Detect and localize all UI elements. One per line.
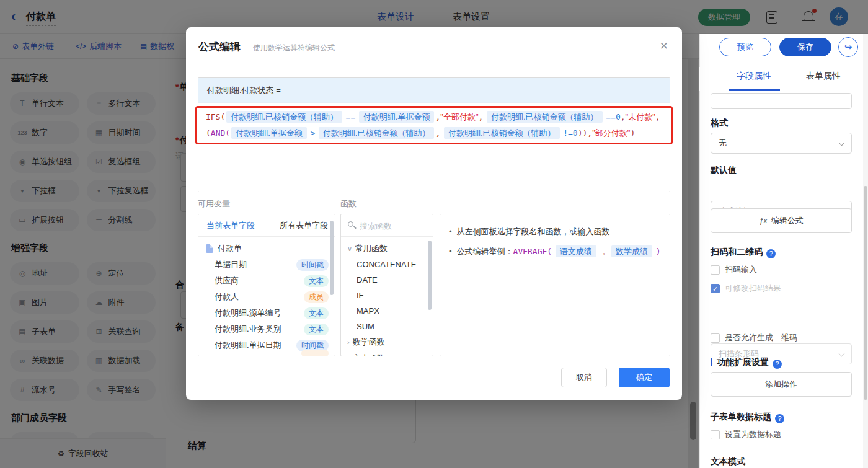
function-search-row <box>341 214 433 237</box>
functions-scrollbar-thumb[interactable] <box>428 241 432 310</box>
functions-box: ∨常用函数 CONCATENATE DATE IF MAPX SUM ›数学函数… <box>340 214 433 356</box>
tip-line-1: •从左侧面板选择字段名和函数，或输入函数 <box>449 224 661 239</box>
var-row[interactable]: 单据日期时间戳 <box>198 257 335 273</box>
chevron-down-icon <box>839 351 845 357</box>
type-badge: 文本 <box>304 307 329 319</box>
var-root-row[interactable]: 付款单 <box>198 241 335 257</box>
modify-scan-checkbox-row[interactable]: ✓可修改扫码结果 <box>711 283 781 294</box>
tab-field-properties[interactable]: 字段属性 <box>737 71 771 82</box>
help-icon[interactable]: ? <box>773 360 782 369</box>
section-accent-bar <box>711 358 712 366</box>
chevron-down-icon <box>839 140 845 146</box>
var-row[interactable]: 付款明细.业务类别文本 <box>198 321 335 337</box>
allow-qr-checkbox-row[interactable]: 是否允许生成二维码 <box>711 332 797 343</box>
format-label: 格式 <box>711 118 728 129</box>
bullet-icon: • <box>449 224 452 239</box>
chevron-right-icon: › <box>347 338 350 346</box>
func-item-concatenate[interactable]: CONCATENATE <box>341 257 433 272</box>
var-row[interactable]: 付款人成员 <box>198 289 335 305</box>
func-group-math[interactable]: ›数学函数 <box>341 334 433 350</box>
example-chip: 语文成绩 <box>556 245 596 257</box>
help-icon[interactable]: ? <box>775 414 784 423</box>
document-icon <box>206 244 213 253</box>
field-chip: 付款明细.单据金额 <box>359 111 435 123</box>
scan-input-checkbox-row[interactable]: 扫码输入 <box>711 264 757 275</box>
type-badge: 成员 <box>304 291 329 303</box>
func-item-sum[interactable]: SUM <box>341 319 433 334</box>
tab-current-form-fields[interactable]: 当前表单字段 <box>206 220 255 231</box>
data-title-checkbox-row[interactable]: 设置为数据标题 <box>711 429 781 440</box>
bullet-icon: • <box>449 244 452 259</box>
formula-editor-box: 付款明细.付款状态 = IFS(付款明细.已核销金额（辅助） == 付款明细.单… <box>198 77 670 192</box>
fx-icon: ƒx <box>759 216 768 225</box>
add-action-button[interactable]: 添加操作 <box>711 372 852 397</box>
active-tab-underline <box>729 89 780 91</box>
checkbox-unchecked-icon[interactable] <box>711 265 720 275</box>
field-chip: 付款明细.已核销金额（辅助） <box>319 127 435 139</box>
type-badge: 文本 <box>304 275 329 287</box>
func-item-date[interactable]: DATE <box>341 272 433 288</box>
tips-box: •从左侧面板选择字段名和函数，或输入函数 •公式编辑举例：AVERAGE( 语文… <box>440 214 670 356</box>
confirm-button[interactable]: 确定 <box>619 368 670 387</box>
save-button[interactable]: 保存 <box>779 38 831 56</box>
text-mode-section-title: 文本模式 <box>711 456 745 467</box>
formula-target-label: 付款明细.付款状态 = <box>198 78 670 103</box>
format-dropdown[interactable]: 无 <box>711 133 852 154</box>
type-badge: 时间戳 <box>296 259 329 271</box>
panel-scrollbar-thumb[interactable] <box>864 186 867 400</box>
share-button[interactable]: ↪ <box>838 37 858 57</box>
functions-label: 函数 <box>340 198 356 210</box>
search-icon <box>348 221 353 227</box>
func-group-common[interactable]: ∨常用函数 <box>341 241 433 257</box>
variables-list: 付款单 单据日期时间戳 供应商文本 付款人成员 付款明细.源单编号文本 付款明细… <box>198 237 335 353</box>
tab-all-form-fields[interactable]: 所有表单字段 <box>280 220 328 231</box>
default-value-label: 默认值 <box>711 165 737 176</box>
example-chip: 数学成绩 <box>611 245 652 257</box>
checkbox-unchecked-icon[interactable] <box>711 430 720 439</box>
app-root: ‹ 付款单 表单设计 表单设置 数据管理 存 ⊘表单外链 </>后端脚本 ▤数据… <box>0 0 868 468</box>
variables-tabs: 当前表单字段 所有表单字段 <box>198 214 335 237</box>
modal-subtitle: 使用数学运算符编辑公式 <box>253 43 335 53</box>
field-chip: 付款明细.已核销金额（辅助） <box>444 127 560 139</box>
var-row[interactable]: 付款明细.源单编号文本 <box>198 305 335 321</box>
formula-line-1: IFS(付款明细.已核销金额（辅助） == 付款明细.单据金额,"全部付款", … <box>206 109 662 125</box>
formula-edit-modal: 公式编辑 使用数学运算符编辑公式 ✕ 付款明细.付款状态 = IFS(付款明细.… <box>186 27 682 400</box>
share-icon: ↪ <box>844 42 852 52</box>
variables-scrollbar-thumb[interactable] <box>330 221 334 295</box>
tip-line-2: •公式编辑举例：AVERAGE( 语文成绩 ， 数学成绩 ) <box>449 244 661 259</box>
field-chip: 付款明细.已核销金额（辅助） <box>226 111 342 123</box>
func-item-mapx[interactable]: MAPX <box>341 303 433 319</box>
partial-badge <box>301 350 329 356</box>
formula-editor[interactable]: IFS(付款明细.已核销金额（辅助） == 付款明细.单据金额,"全部付款", … <box>198 103 670 148</box>
chevron-open-icon: ∨ <box>347 245 352 252</box>
function-search-input[interactable] <box>360 218 428 233</box>
checkbox-checked-icon[interactable]: ✓ <box>711 284 720 293</box>
edit-formula-button[interactable]: ƒx编辑公式 <box>711 208 852 233</box>
variables-label: 可用变量 <box>198 198 230 210</box>
extension-section-title: 功能扩展设置? <box>711 357 782 369</box>
subform-title-section: 子表单数据标题? <box>711 412 784 423</box>
chevron-right-icon: › <box>347 355 350 356</box>
field-chip: 付款明细.已核销金额（辅助） <box>487 111 603 123</box>
close-icon[interactable]: ✕ <box>660 40 668 53</box>
func-item-if[interactable]: IF <box>341 288 433 303</box>
help-icon[interactable]: ? <box>766 249 776 258</box>
formula-line-2: (AND(付款明细.单据金额 > 付款明细.已核销金额（辅助）, 付款明细.已核… <box>206 125 662 141</box>
type-badge: 文本 <box>304 324 329 335</box>
panel-tabs: 字段属性 表单属性 <box>699 67 863 91</box>
var-row[interactable]: 供应商文本 <box>198 273 335 289</box>
var-row[interactable]: 付款明细.单据日期时间戳 <box>198 337 335 353</box>
preview-button[interactable]: 预览 <box>719 38 771 56</box>
panel-input-partial[interactable] <box>711 93 852 109</box>
func-group-text[interactable]: ›文本函数 <box>341 350 433 356</box>
cancel-button[interactable]: 取消 <box>561 368 607 387</box>
checkbox-unchecked-icon[interactable] <box>711 333 720 343</box>
scan-section-title: 扫码和二维码? <box>711 247 776 258</box>
field-chip: 付款明细.单据金额 <box>231 127 307 139</box>
tab-form-properties[interactable]: 表单属性 <box>806 71 841 82</box>
variables-box: 当前表单字段 所有表单字段 付款单 单据日期时间戳 供应商文本 付款人成员 付款… <box>198 214 335 356</box>
modal-title: 公式编辑 <box>198 40 241 54</box>
function-tree: ∨常用函数 CONCATENATE DATE IF MAPX SUM ›数学函数… <box>341 237 433 356</box>
